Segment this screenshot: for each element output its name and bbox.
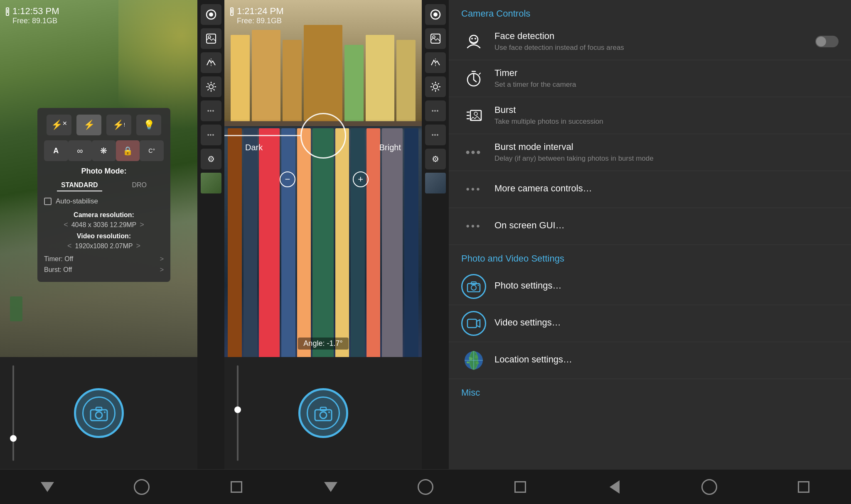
video-res-prev[interactable]: < (67, 242, 72, 250)
burst-item[interactable]: Burst Take multiple photos in succession (449, 97, 851, 134)
torch-btn[interactable]: 💡 (136, 115, 161, 135)
stabilize-btn[interactable] (201, 52, 221, 73)
svg-line-27 (479, 73, 480, 74)
photo-mode-title: Photo Mode: (44, 167, 164, 176)
capture-btn-left[interactable] (74, 388, 124, 438)
video-res-label: Video resolution: (44, 232, 164, 240)
camera-res-label: Camera resolution: (44, 211, 164, 219)
nav-section-left (0, 469, 284, 504)
burst-interval-item[interactable]: ••• Burst mode interval Delay (if any) b… (449, 134, 851, 171)
photo-video-settings-title: Photo and Video Settings (449, 245, 851, 268)
photo-settings-icon (461, 274, 486, 299)
svg-point-34 (471, 285, 476, 290)
side-controls-left: ••• ••• ⚙ (197, 0, 224, 469)
infinity-btn[interactable]: ∞ (68, 140, 92, 161)
timer-desc: Set a timer for the camera (494, 80, 839, 89)
camera-res-prev[interactable]: < (64, 220, 68, 229)
svg-rect-37 (467, 319, 477, 328)
lock-btn[interactable]: 🔒 (116, 140, 140, 161)
more-camera-controls-item[interactable]: ••• More camera controls… (449, 171, 851, 208)
on-screen-gui-title: On screen GUI… (494, 220, 839, 231)
timer-setting-label: Timer: Off (44, 255, 73, 263)
burst-setting-arrow[interactable]: > (160, 266, 164, 274)
switch-camera-btn-right[interactable] (425, 4, 446, 25)
timer-item[interactable]: Timer Set a timer for the camera (449, 60, 851, 97)
svg-rect-12 (320, 407, 326, 411)
more-options2-btn-left[interactable]: ••• (201, 125, 221, 145)
scene-a-btn[interactable]: A (44, 140, 68, 161)
face-detection-text: Face detection Use face detection instea… (494, 31, 807, 52)
celsius-btn[interactable]: C° (140, 140, 164, 161)
more-camera-controls-text: More camera controls… (494, 183, 839, 196)
flash-off-btn[interactable]: ⚡✕ (47, 115, 71, 135)
mode-standard[interactable]: STANDARD (57, 180, 102, 191)
more-options-btn-left[interactable]: ••• (201, 100, 221, 121)
thumbnail-right[interactable] (425, 173, 446, 193)
video-settings-item[interactable]: Video settings… (449, 305, 851, 342)
on-screen-gui-icon: ••• (461, 214, 486, 239)
more-options2-btn-right[interactable]: ••• (425, 125, 446, 145)
gallery-btn-right[interactable] (425, 28, 446, 49)
flash-auto-btn[interactable]: ⚡ (76, 115, 101, 135)
nav-triangle-right[interactable] (318, 475, 343, 499)
photo-settings-item[interactable]: Photo settings… (449, 268, 851, 305)
svg-point-1 (96, 412, 102, 418)
video-res-next[interactable]: > (136, 242, 140, 250)
exposure-minus[interactable]: − (280, 171, 295, 187)
misc-title: Misc (449, 379, 851, 402)
timer-setting-arrow[interactable]: > (160, 255, 164, 263)
nav-home-left[interactable] (129, 475, 154, 499)
nav-triangle-left[interactable] (35, 475, 60, 499)
on-screen-gui-text: On screen GUI… (494, 220, 839, 232)
location-settings-item[interactable]: Location settings… (449, 342, 851, 379)
camera-viewport-left[interactable]: 1:12:53 PM Free: 89.1GB ⚡✕ ⚡ ⚡! 💡 (0, 0, 197, 357)
auto-stabilise-label: Auto-stabilise (56, 197, 98, 206)
nav-recents-right[interactable] (508, 475, 533, 499)
switch-camera-btn[interactable] (201, 4, 221, 25)
nav-recents-left[interactable] (224, 475, 249, 499)
camera-res-next[interactable]: > (140, 220, 144, 229)
svg-point-32 (474, 112, 477, 115)
settings-btn-right[interactable] (425, 76, 446, 97)
gear-btn[interactable]: ⚙ (201, 149, 221, 169)
nav-recents-settings[interactable] (791, 475, 816, 499)
gear-btn-right[interactable]: ⚙ (425, 149, 446, 169)
face-detection-icon (461, 29, 486, 54)
capture-btn-right[interactable] (298, 388, 348, 438)
video-res-value: 1920x1080 2.07MP (75, 242, 133, 250)
burst-desc: Take multiple photos in succession (494, 117, 839, 126)
auto-stabilise-checkbox[interactable] (44, 198, 52, 205)
camera-viewport-right[interactable]: 1:21:24 PM Free: 89.1GB Dark Bright (224, 0, 422, 357)
svg-point-21 (471, 38, 473, 39)
on-screen-gui-item[interactable]: ••• On screen GUI… (449, 208, 851, 245)
flower-btn[interactable]: ❋ (92, 140, 116, 161)
left-camera-time: 1:12:53 PM (12, 6, 59, 17)
gallery-btn-left[interactable] (201, 28, 221, 49)
nav-section-settings (567, 469, 851, 504)
face-detection-item[interactable]: Face detection Use face detection instea… (449, 23, 851, 60)
exposure-plus[interactable]: + (353, 171, 369, 187)
stabilize-btn-right[interactable] (425, 52, 446, 73)
bottom-nav (0, 469, 851, 504)
face-detection-toggle[interactable] (815, 36, 839, 47)
nav-home-right[interactable] (413, 475, 438, 499)
thumbnail-left[interactable] (201, 173, 221, 193)
right-slider[interactable] (237, 365, 239, 461)
more-camera-controls-title: More camera controls… (494, 183, 839, 194)
burst-setting-label: Burst: Off (44, 266, 72, 274)
flash-on-btn[interactable]: ⚡! (106, 115, 131, 135)
left-slider-thumb[interactable] (10, 435, 17, 442)
settings-btn[interactable] (201, 76, 221, 97)
video-settings-text: Video settings… (494, 317, 839, 330)
burst-icon (461, 103, 486, 128)
more-options-btn-right[interactable]: ••• (425, 100, 446, 121)
mode-dro[interactable]: DRO (128, 180, 151, 191)
location-settings-text: Location settings… (494, 354, 839, 367)
nav-back-settings[interactable] (602, 475, 627, 499)
burst-interval-icon: ••• (461, 140, 486, 165)
svg-point-9 (209, 85, 213, 89)
left-slider[interactable] (12, 365, 14, 461)
right-slider-thumb[interactable] (234, 406, 241, 413)
burst-text: Burst Take multiple photos in succession (494, 105, 839, 126)
nav-home-settings[interactable] (697, 475, 722, 499)
